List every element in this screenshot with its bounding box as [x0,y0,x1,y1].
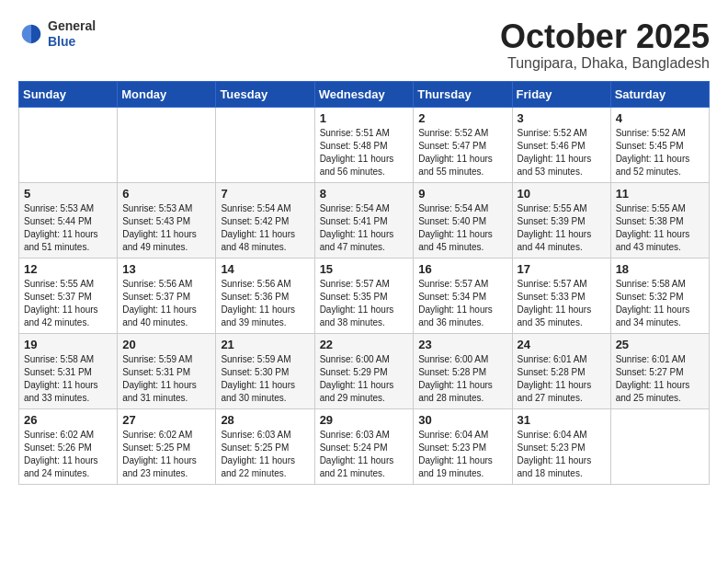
day-info: Sunrise: 5:52 AMSunset: 5:46 PMDaylight:… [518,127,606,178]
day-number: 16 [418,262,506,276]
weekday-header-monday: Monday [118,81,216,107]
day-number: 2 [418,111,506,125]
calendar-cell: 30Sunrise: 6:04 AMSunset: 5:23 PMDayligh… [414,408,512,484]
day-number: 23 [418,338,506,351]
location: Tungipara, Dhaka, Bangladesh [500,55,710,72]
day-info: Sunrise: 5:52 AMSunset: 5:45 PMDaylight:… [616,127,704,178]
calendar-cell: 5Sunrise: 5:53 AMSunset: 5:44 PMDaylight… [19,182,118,258]
calendar-cell: 4Sunrise: 5:52 AMSunset: 5:45 PMDaylight… [610,107,709,182]
day-info: Sunrise: 5:53 AMSunset: 5:44 PMDaylight:… [24,202,112,254]
day-info: Sunrise: 6:04 AMSunset: 5:23 PMDaylight:… [418,429,506,480]
calendar-cell: 28Sunrise: 6:03 AMSunset: 5:25 PMDayligh… [216,408,314,484]
day-info: Sunrise: 5:54 AMSunset: 5:40 PMDaylight:… [418,202,506,254]
day-number: 4 [616,111,704,125]
day-number: 31 [518,413,606,427]
calendar-cell: 31Sunrise: 6:04 AMSunset: 5:23 PMDayligh… [512,408,610,484]
day-number: 9 [418,187,506,201]
day-number: 8 [320,187,409,201]
week-row-1: 1Sunrise: 5:51 AMSunset: 5:48 PMDaylight… [19,107,710,182]
calendar-cell: 27Sunrise: 6:02 AMSunset: 5:25 PMDayligh… [118,408,216,484]
week-row-4: 19Sunrise: 5:58 AMSunset: 5:31 PMDayligh… [19,333,710,408]
weekday-header-row: SundayMondayTuesdayWednesdayThursdayFrid… [19,81,710,107]
day-info: Sunrise: 6:01 AMSunset: 5:28 PMDaylight:… [518,353,606,405]
day-number: 14 [221,262,309,276]
calendar-cell: 8Sunrise: 5:54 AMSunset: 5:41 PMDaylight… [314,182,414,258]
day-number: 7 [221,187,309,201]
calendar-cell: 22Sunrise: 6:00 AMSunset: 5:29 PMDayligh… [314,333,414,408]
calendar-cell: 7Sunrise: 5:54 AMSunset: 5:42 PMDaylight… [216,182,314,258]
weekday-header-wednesday: Wednesday [314,81,414,107]
day-info: Sunrise: 6:00 AMSunset: 5:29 PMDaylight:… [320,353,409,405]
day-number: 15 [320,262,409,276]
day-info: Sunrise: 6:03 AMSunset: 5:24 PMDaylight:… [320,429,409,480]
day-number: 24 [518,338,606,351]
calendar-cell: 26Sunrise: 6:02 AMSunset: 5:26 PMDayligh… [19,408,118,484]
day-info: Sunrise: 5:52 AMSunset: 5:47 PMDaylight:… [418,127,506,178]
calendar-cell: 24Sunrise: 6:01 AMSunset: 5:28 PMDayligh… [512,333,610,408]
weekday-header-thursday: Thursday [414,81,512,107]
day-info: Sunrise: 5:57 AMSunset: 5:33 PMDaylight:… [518,278,606,329]
day-info: Sunrise: 5:55 AMSunset: 5:39 PMDaylight:… [518,202,606,254]
day-info: Sunrise: 5:54 AMSunset: 5:41 PMDaylight:… [320,202,409,254]
day-info: Sunrise: 5:56 AMSunset: 5:37 PMDaylight:… [122,278,210,329]
logo-text: General Blue [48,18,96,50]
calendar-cell: 21Sunrise: 5:59 AMSunset: 5:30 PMDayligh… [216,333,314,408]
calendar-cell: 29Sunrise: 6:03 AMSunset: 5:24 PMDayligh… [314,408,414,484]
calendar-cell: 11Sunrise: 5:55 AMSunset: 5:38 PMDayligh… [610,182,709,258]
day-info: Sunrise: 5:55 AMSunset: 5:37 PMDaylight:… [24,278,112,329]
calendar-cell: 13Sunrise: 5:56 AMSunset: 5:37 PMDayligh… [118,258,216,333]
calendar-cell: 17Sunrise: 5:57 AMSunset: 5:33 PMDayligh… [512,258,610,333]
calendar-cell: 9Sunrise: 5:54 AMSunset: 5:40 PMDaylight… [414,182,512,258]
calendar-cell [19,107,118,182]
day-number: 29 [320,413,409,427]
calendar-cell: 6Sunrise: 5:53 AMSunset: 5:43 PMDaylight… [118,182,216,258]
day-number: 25 [616,338,704,351]
day-number: 19 [24,338,112,351]
weekday-header-friday: Friday [512,81,610,107]
week-row-5: 26Sunrise: 6:02 AMSunset: 5:26 PMDayligh… [19,408,710,484]
day-number: 6 [122,187,210,201]
calendar-cell: 16Sunrise: 5:57 AMSunset: 5:34 PMDayligh… [414,258,512,333]
week-row-3: 12Sunrise: 5:55 AMSunset: 5:37 PMDayligh… [19,258,710,333]
day-info: Sunrise: 6:03 AMSunset: 5:25 PMDaylight:… [221,429,309,480]
calendar-cell: 25Sunrise: 6:01 AMSunset: 5:27 PMDayligh… [610,333,709,408]
day-info: Sunrise: 5:56 AMSunset: 5:36 PMDaylight:… [221,278,309,329]
logo-blue: Blue [48,34,96,50]
calendar-cell: 1Sunrise: 5:51 AMSunset: 5:48 PMDaylight… [314,107,414,182]
day-info: Sunrise: 6:02 AMSunset: 5:26 PMDaylight:… [24,429,112,480]
day-info: Sunrise: 5:53 AMSunset: 5:43 PMDaylight:… [122,202,210,254]
month-title: October 2025 [500,18,710,55]
day-info: Sunrise: 5:59 AMSunset: 5:31 PMDaylight:… [122,353,210,405]
calendar-cell: 15Sunrise: 5:57 AMSunset: 5:35 PMDayligh… [314,258,414,333]
calendar-cell: 19Sunrise: 5:58 AMSunset: 5:31 PMDayligh… [19,333,118,408]
title-area: October 2025 Tungipara, Dhaka, Banglades… [500,18,710,72]
calendar-cell [610,408,709,484]
day-number: 13 [122,262,210,276]
day-info: Sunrise: 6:02 AMSunset: 5:25 PMDaylight:… [122,429,210,480]
day-number: 18 [616,262,704,276]
calendar-cell: 23Sunrise: 6:00 AMSunset: 5:28 PMDayligh… [414,333,512,408]
logo-general: General [48,18,96,34]
day-number: 1 [320,111,409,125]
weekday-header-tuesday: Tuesday [216,81,314,107]
calendar-cell: 2Sunrise: 5:52 AMSunset: 5:47 PMDaylight… [414,107,512,182]
day-number: 21 [221,338,309,351]
day-number: 10 [518,187,606,201]
day-info: Sunrise: 5:58 AMSunset: 5:31 PMDaylight:… [24,353,112,405]
day-info: Sunrise: 5:55 AMSunset: 5:38 PMDaylight:… [616,202,704,254]
day-info: Sunrise: 6:00 AMSunset: 5:28 PMDaylight:… [418,353,506,405]
day-number: 30 [418,413,506,427]
day-info: Sunrise: 5:58 AMSunset: 5:32 PMDaylight:… [616,278,704,329]
calendar-cell: 3Sunrise: 5:52 AMSunset: 5:46 PMDaylight… [512,107,610,182]
day-info: Sunrise: 5:51 AMSunset: 5:48 PMDaylight:… [320,127,409,178]
weekday-header-saturday: Saturday [610,81,709,107]
day-info: Sunrise: 5:57 AMSunset: 5:35 PMDaylight:… [320,278,409,329]
day-number: 17 [518,262,606,276]
day-number: 12 [24,262,112,276]
day-number: 26 [24,413,112,427]
calendar-cell: 18Sunrise: 5:58 AMSunset: 5:32 PMDayligh… [610,258,709,333]
calendar-table: SundayMondayTuesdayWednesdayThursdayFrid… [18,81,710,485]
day-number: 28 [221,413,309,427]
day-info: Sunrise: 6:01 AMSunset: 5:27 PMDaylight:… [616,353,704,405]
day-number: 20 [122,338,210,351]
